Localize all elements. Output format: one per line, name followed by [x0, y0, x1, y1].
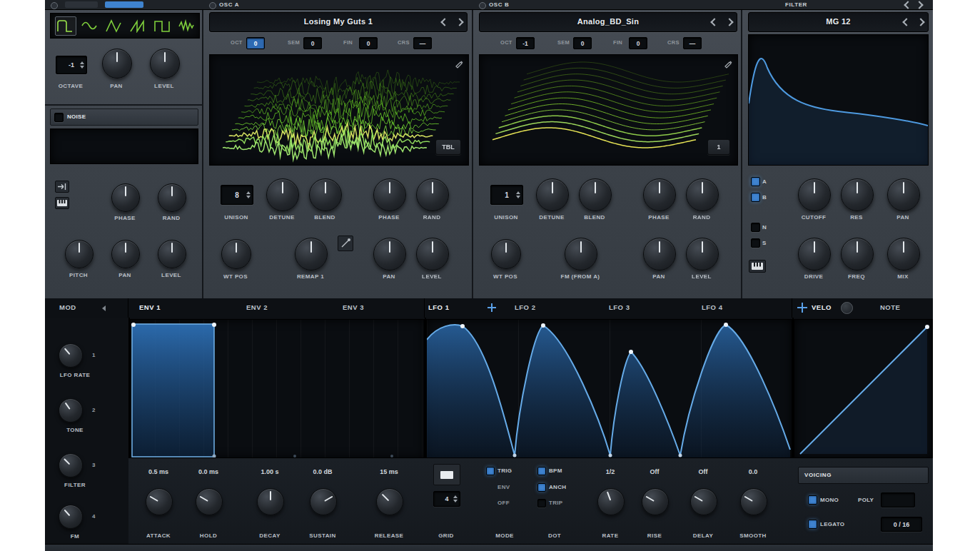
env1-sustain-knob[interactable]: [310, 488, 337, 515]
env1-decay-knob[interactable]: [257, 488, 284, 515]
osc-b-wavetable-display[interactable]: 1: [479, 54, 738, 166]
osc-b-phase-knob[interactable]: [643, 178, 676, 211]
filter-input-s-checkbox[interactable]: [751, 238, 760, 248]
sub-octave-stepper[interactable]: -1: [56, 56, 87, 74]
chevron-left-icon[interactable]: [904, 1, 911, 9]
filter-cutoff-knob[interactable]: [798, 178, 831, 211]
noise-header-bar[interactable]: NOISE: [50, 108, 198, 126]
tab-lfo1[interactable]: LFO 1: [428, 303, 449, 311]
osc-b-fin-value[interactable]: 0: [629, 37, 647, 49]
lfo-dot-label[interactable]: DOT: [548, 532, 561, 539]
macro-3-knob[interactable]: [59, 453, 83, 477]
tab-lfo3[interactable]: LFO 3: [609, 303, 630, 311]
osc-a-preset-title[interactable]: Losing My Guts 1: [210, 17, 467, 26]
osc-a-wavetable-display[interactable]: TBL: [209, 54, 469, 166]
osc-b-pan-knob[interactable]: [643, 238, 676, 271]
env1-release-value[interactable]: 15 ms: [380, 468, 398, 475]
osc-b-preset-title[interactable]: Analog_BD_Sin: [480, 17, 737, 26]
lfo2-drag-icon[interactable]: [488, 303, 496, 312]
sub-wave-triangle-icon[interactable]: [105, 19, 122, 33]
osc-a-power-icon[interactable]: [209, 2, 216, 9]
lfo-trip-checkbox[interactable]: [537, 499, 546, 507]
sub-wave-saw-icon[interactable]: [129, 19, 146, 33]
sub-wave-pulse-icon[interactable]: [56, 19, 74, 33]
lfo-delay-value[interactable]: Off: [699, 468, 708, 475]
filter-curve-display[interactable]: [748, 34, 929, 166]
macro-4-knob[interactable]: [59, 505, 83, 529]
osc-a-unison-arrows[interactable]: [246, 191, 251, 198]
osc-b-power-icon[interactable]: [479, 2, 486, 9]
lfo-rate-knob[interactable]: [597, 488, 625, 515]
env1-decay-value[interactable]: 1.00 s: [261, 468, 278, 475]
osc-a-next-button[interactable]: [453, 16, 465, 28]
lfo-bpm-checkbox[interactable]: [537, 467, 546, 475]
osc-a-prev-button[interactable]: [438, 16, 450, 28]
tab-env1[interactable]: ENV 1: [139, 303, 161, 311]
pencil-icon[interactable]: [454, 59, 464, 69]
filter-mix-knob[interactable]: [887, 238, 920, 271]
filter-input-b-checkbox[interactable]: [751, 193, 760, 202]
sub-level-knob[interactable]: [150, 49, 180, 79]
velo-drag-icon[interactable]: [797, 303, 807, 313]
osc-b-oct-value[interactable]: -1: [516, 37, 535, 49]
noise-waveform-display[interactable]: [50, 128, 198, 164]
lfo-mode-env-label[interactable]: ENV: [497, 484, 510, 490]
osc-a-warp-edit-button[interactable]: [338, 236, 353, 251]
macro-1-knob[interactable]: [59, 343, 83, 368]
osc-a-table-button[interactable]: TBL: [435, 139, 461, 155]
filter-next-button[interactable]: [914, 16, 926, 28]
osc-a-level-knob[interactable]: [416, 238, 449, 271]
sub-power-icon[interactable]: [51, 2, 58, 9]
pencil-icon[interactable]: [723, 59, 733, 69]
lfo-rise-knob[interactable]: [642, 488, 669, 515]
noise-pan-knob[interactable]: [111, 240, 140, 268]
osc-b-warp-knob[interactable]: [565, 238, 597, 271]
osc-a-wtpos-knob[interactable]: [221, 239, 251, 269]
sub-header-button[interactable]: [65, 1, 98, 8]
lfo-bpm-label[interactable]: BPM: [549, 467, 562, 474]
lfo-display[interactable]: [426, 319, 792, 459]
mono-checkbox[interactable]: [808, 495, 817, 505]
sub-wave-noise-icon[interactable]: [178, 19, 195, 33]
osc-a-oct-value[interactable]: 0: [246, 37, 265, 49]
osc-b-crs-value[interactable]: —: [683, 37, 702, 49]
lfo-anch-label[interactable]: ANCH: [549, 484, 566, 490]
macro-2-knob[interactable]: [59, 398, 83, 423]
osc-b-level-knob[interactable]: [686, 238, 719, 271]
sub-octave-stepper-arrows[interactable]: [80, 61, 84, 69]
lfo-mode-trig-checkbox[interactable]: [486, 467, 495, 475]
filter-input-n-checkbox[interactable]: [751, 223, 760, 232]
legato-checkbox[interactable]: [808, 520, 817, 529]
osc-b-sem-value[interactable]: 0: [573, 37, 592, 49]
noise-pitch-knob[interactable]: [65, 240, 94, 268]
filter-drive-knob[interactable]: [798, 238, 831, 271]
osc-a-blend-knob[interactable]: [309, 178, 342, 211]
tab-velo[interactable]: VELO: [812, 303, 832, 311]
lfo-trip-label[interactable]: TRIP: [549, 500, 562, 506]
osc-a-rand-knob[interactable]: [416, 178, 449, 211]
noise-keytrack-button[interactable]: [55, 197, 69, 209]
osc-b-rand-knob[interactable]: [686, 178, 719, 211]
lfo-delay-knob[interactable]: [690, 488, 717, 515]
sub-wave-square-icon[interactable]: [153, 19, 171, 33]
osc-b-next-button[interactable]: [723, 16, 734, 28]
tab-lfo4[interactable]: LFO 4: [702, 303, 722, 311]
lfo-anch-checkbox[interactable]: [537, 483, 546, 492]
sub-pan-knob[interactable]: [102, 49, 132, 79]
lfo-grid-arrows[interactable]: [453, 495, 458, 502]
filter-input-a-checkbox[interactable]: [751, 177, 760, 186]
filter-keytrack-button[interactable]: [749, 260, 766, 273]
sub-wave-sine-icon[interactable]: [81, 19, 98, 33]
note-curve-display[interactable]: [794, 319, 933, 459]
env1-attack-knob[interactable]: [146, 488, 173, 515]
env1-hold-knob[interactable]: [196, 488, 223, 515]
tab-env3[interactable]: ENV 3: [343, 303, 364, 311]
env1-release-knob[interactable]: [376, 488, 403, 515]
lfo-draw-mode-button[interactable]: [433, 464, 460, 485]
osc-a-detune-knob[interactable]: [266, 178, 299, 211]
osc-a-warp-knob[interactable]: [295, 238, 328, 271]
filter-pan-knob[interactable]: [887, 178, 920, 211]
osc-a-pan-knob[interactable]: [373, 238, 406, 271]
osc-b-prev-button[interactable]: [708, 16, 719, 28]
noise-level-knob[interactable]: [158, 240, 186, 268]
